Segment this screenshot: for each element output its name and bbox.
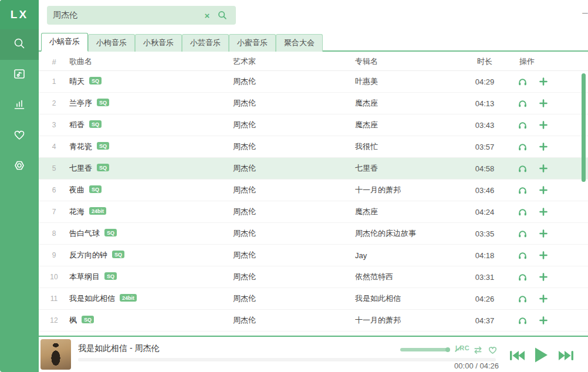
sidebar-item-songlist[interactable] [0, 60, 39, 90]
sidebar-item-favorites[interactable] [0, 121, 39, 151]
leaderboard-icon [12, 97, 26, 114]
add-icon[interactable] [539, 185, 548, 195]
desktop-lyrics-icon[interactable]: LRC [455, 344, 469, 351]
tab-source-2[interactable]: 小枸音乐 [88, 34, 135, 52]
table-row[interactable]: 4 青花瓷SQ 周杰伦 我很忙 03:57 [39, 136, 588, 158]
sidebar: LX [0, 0, 39, 372]
table-row[interactable]: 2 兰亭序SQ 周杰伦 魔杰座 04:13 [39, 93, 588, 114]
song-actions [499, 229, 588, 239]
song-title: 本草纲目 [69, 272, 100, 281]
song-title-cell: 夜曲SQ [69, 185, 233, 195]
song-actions [499, 316, 588, 326]
add-icon[interactable] [539, 316, 548, 325]
listen-icon[interactable] [518, 229, 528, 239]
song-duration: 04:29 [470, 77, 499, 86]
song-album: 十一月的萧邦 [355, 315, 470, 326]
song-title: 青花瓷 [69, 142, 92, 151]
add-icon[interactable] [539, 251, 548, 260]
listen-icon[interactable] [518, 316, 528, 326]
song-actions [499, 142, 588, 152]
listen-icon[interactable] [518, 164, 528, 174]
add-icon[interactable] [539, 120, 548, 130]
song-actions [499, 207, 588, 217]
song-index: 11 [39, 295, 69, 303]
music-list-icon [12, 67, 26, 83]
listen-icon[interactable] [518, 272, 528, 282]
table-row[interactable]: 8 告白气球SQ 周杰伦 周杰伦的床边故事 03:35 [39, 223, 588, 245]
add-icon[interactable] [539, 142, 548, 151]
song-artist: 周杰伦 [233, 272, 355, 282]
song-album: 周杰伦的床边故事 [355, 228, 470, 239]
tab-source-5[interactable]: 小蜜音乐 [229, 34, 276, 52]
play-mode-icon[interactable] [472, 344, 484, 358]
source-tab-bar: 小蜗音乐 小枸音乐 小秋音乐 小芸音乐 小蜜音乐 聚合大会 [39, 33, 588, 52]
listen-icon[interactable] [518, 294, 528, 304]
quality-badge: SQ [97, 99, 109, 106]
song-duration: 04:18 [470, 251, 499, 260]
song-index: 12 [39, 316, 69, 324]
listen-icon[interactable] [518, 99, 528, 109]
song-duration: 03:35 [470, 229, 499, 238]
song-album: 十一月的萧邦 [355, 185, 470, 195]
search-box: × [47, 6, 236, 25]
tab-source-4[interactable]: 小芸音乐 [182, 34, 229, 52]
quality-badge: SQ [89, 120, 102, 128]
add-icon[interactable] [539, 164, 548, 173]
song-artist: 周杰伦 [233, 141, 355, 152]
song-album: 魔杰座 [355, 207, 470, 217]
add-icon[interactable] [539, 229, 548, 238]
next-button[interactable] [556, 350, 574, 364]
clear-search-icon[interactable]: × [200, 11, 215, 21]
table-row[interactable]: 6 夜曲SQ 周杰伦 十一月的萧邦 03:46 [39, 180, 588, 201]
table-row[interactable]: 7 花海24bit 周杰伦 魔杰座 04:24 [39, 201, 588, 223]
add-icon[interactable] [539, 77, 548, 86]
add-icon[interactable] [539, 294, 548, 303]
listen-icon[interactable] [518, 120, 528, 130]
song-title-cell: 兰亭序SQ [69, 98, 233, 109]
play-button[interactable] [533, 347, 549, 366]
table-row[interactable]: 5 七里香SQ 周杰伦 七里香 04:58 [39, 158, 588, 180]
quality-badge: SQ [104, 272, 117, 280]
song-album: 魔杰座 [355, 120, 470, 130]
table-row[interactable]: 12 枫SQ 周杰伦 十一月的萧邦 04:37 [39, 310, 588, 332]
song-title: 反方向的钟 [69, 251, 107, 259]
listen-icon[interactable] [518, 77, 528, 87]
quality-badge: SQ [97, 142, 109, 150]
song-title: 兰亭序 [69, 99, 92, 107]
previous-button[interactable] [509, 350, 527, 364]
table-row[interactable]: 11 我是如此相信24bit 周杰伦 我是如此相信 04:26 [39, 288, 588, 310]
table-row[interactable]: 10 本草纲目SQ 周杰伦 依然范特西 03:31 [39, 266, 588, 288]
table-row[interactable]: 9 反方向的钟SQ 周杰伦 Jay 04:18 [39, 245, 588, 266]
tab-source-3[interactable]: 小秋音乐 [135, 34, 182, 52]
listen-icon[interactable] [518, 207, 528, 217]
table-scrollbar[interactable] [582, 73, 586, 182]
song-title-cell: 稻香SQ [69, 120, 233, 130]
song-actions [499, 294, 588, 304]
table-row[interactable]: 1 晴天SQ 周杰伦 叶惠美 04:29 [39, 71, 588, 93]
volume-slider[interactable] [400, 348, 450, 351]
favorite-icon[interactable] [487, 344, 498, 358]
listen-icon[interactable] [518, 185, 528, 195]
song-actions [499, 164, 588, 174]
listen-icon[interactable] [518, 251, 528, 261]
add-icon[interactable] [539, 272, 548, 282]
add-icon[interactable] [539, 207, 548, 217]
song-index: 7 [39, 208, 69, 216]
sidebar-item-search[interactable] [0, 29, 39, 60]
heart-icon [12, 128, 26, 144]
search-icon [12, 36, 26, 53]
sidebar-item-settings[interactable] [0, 151, 39, 182]
album-art[interactable] [40, 339, 71, 370]
header-artist: 艺术家 [233, 56, 355, 67]
table-row[interactable]: 3 稻香SQ 周杰伦 魔杰座 03:43 [39, 114, 588, 136]
sidebar-item-leaderboard[interactable] [0, 90, 39, 121]
song-duration: 04:58 [470, 164, 499, 173]
song-title: 我是如此相信 [69, 294, 115, 303]
tab-source-6[interactable]: 聚合大会 [276, 34, 323, 52]
search-submit-icon[interactable] [215, 10, 230, 21]
tab-source-1[interactable]: 小蜗音乐 [41, 33, 88, 52]
minimize-button[interactable]: – [577, 5, 588, 21]
add-icon[interactable] [539, 99, 548, 108]
listen-icon[interactable] [518, 142, 528, 152]
search-input[interactable] [53, 11, 200, 20]
